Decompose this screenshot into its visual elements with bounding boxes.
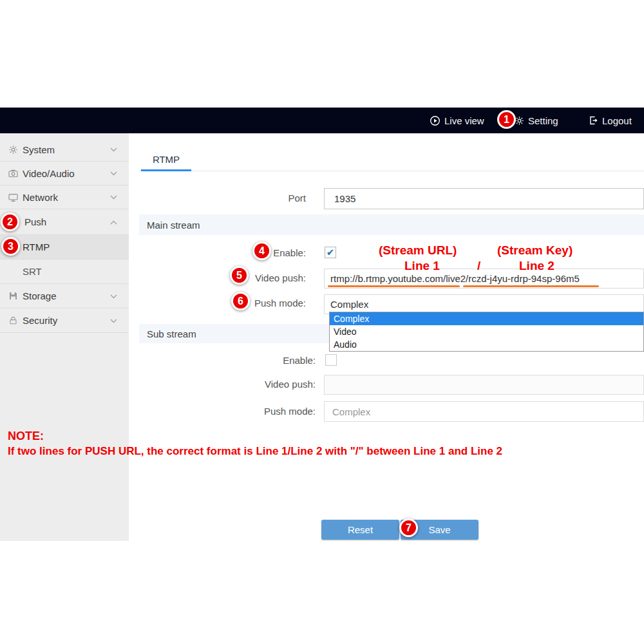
sidebar-item-push[interactable]: Push xyxy=(0,209,129,235)
tab-rtmp[interactable]: RTMP xyxy=(141,147,191,171)
chevron-down-icon xyxy=(110,171,117,176)
sub-push-mode-label: Push mode: xyxy=(190,406,316,417)
dropdown-option-complex[interactable]: Complex xyxy=(330,312,643,325)
main-stream-section-header: Main stream xyxy=(139,214,644,235)
gear-icon xyxy=(8,145,18,155)
port-input[interactable] xyxy=(324,188,644,209)
sub-push-mode-select[interactable] xyxy=(324,401,644,422)
sidebar-item-label: RTMP xyxy=(23,242,50,252)
sub-enable-label: Enable: xyxy=(190,355,316,366)
step-badge-1: 1 xyxy=(497,110,516,129)
annotation-note-title: NOTE: xyxy=(8,430,44,443)
chevron-down-icon xyxy=(110,147,117,152)
gear-icon xyxy=(515,116,524,126)
sidebar-item-video-audio[interactable]: Video/Audio xyxy=(0,162,129,185)
setting-label: Setting xyxy=(528,115,558,126)
monitor-icon xyxy=(8,193,18,202)
chevron-down-icon xyxy=(110,195,117,200)
chevron-up-icon xyxy=(110,220,117,225)
annotation-note-body: If two lines for PUSH URL, the correct f… xyxy=(8,445,502,458)
logout-button[interactable]: Logout xyxy=(588,108,632,133)
sidebar-item-network[interactable]: Network xyxy=(0,185,129,209)
sidebar-item-label: System xyxy=(23,144,55,155)
sidebar-item-label: Push xyxy=(24,216,46,227)
push-mode-dropdown: Complex Video Audio xyxy=(329,312,644,352)
checkmark-icon: ✔ xyxy=(327,247,335,257)
sidebar-item-label: Security xyxy=(23,315,57,326)
lock-icon xyxy=(8,316,18,325)
main-stream-title: Main stream xyxy=(147,220,200,231)
play-circle-icon xyxy=(430,115,440,126)
step-badge-3: 3 xyxy=(1,237,20,256)
annotation-stream-key: (Stream Key) xyxy=(497,243,573,258)
sidebar: System Video/Audio Network Push xyxy=(0,133,129,541)
live-view-label: Live view xyxy=(444,115,484,126)
camera-icon xyxy=(8,169,18,178)
tab-bar: RTMP xyxy=(139,147,644,171)
chevron-down-icon xyxy=(110,319,117,323)
step-badge-5: 5 xyxy=(230,266,249,285)
sidebar-item-label: Storage xyxy=(23,290,57,301)
sidebar-item-label: SRT xyxy=(23,266,42,277)
annotation-stream-url: (Stream URL) xyxy=(379,243,457,258)
annotation-line2: Line 2 xyxy=(519,259,554,273)
step-badge-6: 6 xyxy=(231,292,250,310)
sidebar-item-label: Video/Audio xyxy=(23,168,75,179)
annotation-line1: Line 1 xyxy=(404,259,440,273)
logout-icon xyxy=(588,115,598,126)
sub-video-push-input[interactable] xyxy=(324,375,644,395)
sub-enable-checkbox[interactable] xyxy=(325,354,337,366)
rtmp-settings-page: Live view Setting Logout System xyxy=(0,0,644,644)
sidebar-item-system[interactable]: System xyxy=(0,138,129,162)
sidebar-item-storage[interactable]: Storage xyxy=(0,284,129,308)
enable-checkbox[interactable]: ✔ xyxy=(325,247,336,258)
sidebar-item-srt[interactable]: SRT xyxy=(0,260,129,284)
live-view-button[interactable]: Live view xyxy=(430,108,484,133)
reset-button[interactable]: Reset xyxy=(321,520,399,540)
dropdown-option-audio[interactable]: Audio xyxy=(330,338,643,351)
annotation-underline-stream-url xyxy=(328,285,460,287)
sidebar-item-security[interactable]: Security xyxy=(0,308,129,333)
annotation-underline-stream-key xyxy=(463,285,599,287)
sub-video-push-label: Video push: xyxy=(190,379,316,390)
top-nav-bar: Live view Setting Logout xyxy=(0,108,644,133)
storage-icon xyxy=(8,291,18,301)
enable-label: Enable: xyxy=(180,247,306,258)
step-badge-7: 7 xyxy=(399,518,418,537)
sub-stream-title: Sub stream xyxy=(147,328,196,339)
dropdown-option-video[interactable]: Video xyxy=(330,325,643,338)
sidebar-item-label: Network xyxy=(23,192,58,203)
chevron-down-icon xyxy=(110,294,117,299)
annotation-slash: / xyxy=(477,259,480,273)
step-badge-2: 2 xyxy=(1,213,19,231)
step-badge-4: 4 xyxy=(252,242,271,260)
setting-button[interactable]: Setting xyxy=(515,108,558,133)
logout-label: Logout xyxy=(602,115,632,126)
port-label: Port xyxy=(180,193,306,204)
